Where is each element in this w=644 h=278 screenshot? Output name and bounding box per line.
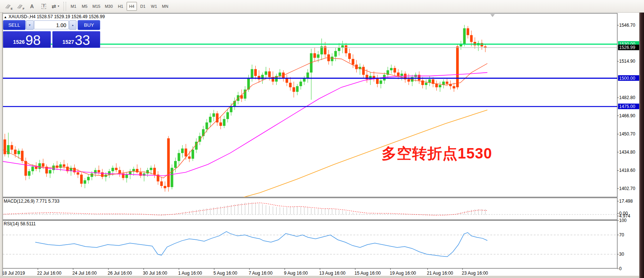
timeframe-button-w1[interactable]: W1: [149, 2, 159, 11]
grid-draw-tool[interactable]: F: [14, 1, 26, 11]
trade-controls-row: SELL ▼ ▲ BUY: [3, 20, 100, 30]
timeframe-button-m15[interactable]: M15: [91, 2, 102, 11]
price-tick-label: 1450.70: [619, 131, 635, 137]
grid-draw-tool-icon: [17, 4, 23, 9]
sell-button[interactable]: SELL: [3, 20, 26, 30]
timeframe-button-h4[interactable]: H4: [127, 2, 137, 11]
price-marker-1500.00: 1500.00: [618, 75, 639, 81]
rsi-pane: [3, 220, 617, 268]
sell-price-box[interactable]: 1526 98: [3, 31, 51, 48]
sell-price-small: 1526: [13, 39, 24, 45]
date-tick-label: 18 Jul 2019: [2, 271, 25, 276]
svg-text:1475.00: 1475.00: [619, 104, 635, 109]
date-tick-label: 24 Jul 16:00: [72, 271, 97, 276]
price-tick-label: 1482.80: [619, 95, 635, 100]
timeframe-button-mn[interactable]: MN: [160, 2, 170, 11]
chart-annotation-text: 多空转折点1530: [382, 143, 492, 164]
buy-price-box[interactable]: 1527 33: [52, 31, 100, 48]
chart-canvas: 1546.701514.901482.801466.901450.701434.…: [0, 13, 644, 278]
svg-text:1526.99: 1526.99: [619, 45, 635, 50]
macd-pane: [3, 198, 617, 220]
sell-price-big: 98: [26, 34, 41, 47]
buy-price-small: 1527: [62, 39, 74, 45]
date-tick-label: 15 Aug 16:00: [354, 271, 381, 276]
cycle-arrows-tool-icon: ⇄: [52, 3, 56, 9]
timeframe-button-d1[interactable]: D1: [138, 2, 148, 11]
toolbar-separator: [63, 2, 66, 11]
volume-input[interactable]: [34, 20, 69, 29]
price-tick-label: 1418.60: [619, 168, 635, 173]
date-tick-label: 5 Aug 16:00: [213, 271, 237, 276]
dropdown-caret-icon: ▼: [57, 5, 60, 7]
date-tick-label: 1 Aug 16:00: [178, 271, 202, 276]
price-tick-label: 1466.90: [619, 113, 635, 118]
price-tick-label: 1546.70: [619, 23, 635, 28]
timeframe-button-m30[interactable]: M30: [103, 2, 114, 11]
text-label-tool-icon: A: [30, 3, 34, 9]
price-tick-label: 1434.80: [619, 150, 635, 155]
chart-symbol-title: ▲XAUUSD-,H4 1528.57 1529.19 1526.49 1526…: [4, 14, 105, 19]
macd-indicator-label: MACD(12,26,9) 7.771 5.733: [4, 199, 59, 204]
date-tick-label: 23 Aug 16:00: [462, 271, 488, 276]
indicator-draw-tool-icon: [5, 4, 11, 9]
date-tick-label: 13 Aug 16:00: [319, 271, 346, 276]
spin-down-icon: ▼: [29, 24, 31, 26]
one-click-trading-panel: SELL ▼ ▲ BUY 1526 98 1527 33: [3, 20, 100, 48]
timeframe-button-m5[interactable]: M5: [79, 2, 90, 11]
cycle-arrows-tool[interactable]: ⇄▼: [50, 1, 61, 11]
rsi-tick-label: 100: [619, 218, 627, 223]
price-tick-label: 1514.90: [619, 59, 635, 64]
svg-text:1500.00: 1500.00: [619, 76, 635, 81]
date-tick-label: 26 Jul 16:00: [108, 271, 132, 276]
date-axis: 18 Jul 201922 Jul 16:0024 Jul 16:0026 Ju…: [2, 268, 488, 276]
price-marker-1526.99: 1526.99: [618, 45, 639, 50]
symbol-ohlc-text: XAUUSD-,H4 1528.57 1529.19 1526.49 1526.…: [9, 14, 105, 19]
window-bottom-frame: [0, 276, 639, 278]
indicator-draw-tool[interactable]: E: [3, 1, 14, 11]
text-label-tool[interactable]: A: [26, 1, 37, 11]
text-box-tool[interactable]: T: [38, 1, 49, 11]
rsi-tick-label: 30: [619, 252, 624, 257]
date-tick-label: 7 Aug 16:00: [249, 271, 272, 276]
text-box-tool-icon: T: [42, 4, 46, 9]
date-tick-label: 22 Jul 16:00: [37, 271, 62, 276]
window-left-frame: [0, 13, 3, 278]
date-tick-label: 30 Jul 16:00: [143, 271, 167, 276]
drawing-tools-group: EFAT⇄▼: [2, 1, 62, 11]
date-tick-label: 19 Aug 16:00: [390, 271, 416, 276]
spin-up-icon: ▲: [72, 24, 74, 26]
direction-up-icon: ▲: [4, 15, 7, 19]
rsi-tick-label: 70: [619, 232, 624, 238]
volume-increase-button[interactable]: ▲: [69, 20, 77, 30]
chart-window: 1546.701514.901482.801466.901450.701434.…: [0, 13, 644, 278]
date-tick-label: 21 Aug 16:00: [427, 271, 453, 276]
timeframe-button-m1[interactable]: M1: [68, 2, 79, 11]
rsi-indicator-label: RSI(14) 58.5111: [4, 221, 36, 226]
volume-decrease-button[interactable]: ▼: [26, 20, 34, 30]
macd-tick-label: 17.498: [619, 199, 633, 204]
buy-price-big: 33: [75, 34, 90, 47]
timeframes-group: M1M5M15M30H1H4D1W1MN: [68, 2, 171, 11]
date-tick-label: 9 Aug 16:00: [284, 271, 308, 276]
timeframe-button-h1[interactable]: H1: [115, 2, 126, 11]
price-tick-label: 1402.70: [619, 186, 635, 191]
mt4-terminal: EFAT⇄▼ M1M5M15M30H1H4D1W1MN 1546.701514.…: [0, 0, 644, 278]
chart-toolbar: EFAT⇄▼ M1M5M15M30H1H4D1W1MN: [0, 0, 644, 13]
trade-prices-row: 1526 98 1527 33: [3, 30, 100, 48]
window-right-frame[interactable]: [639, 13, 644, 278]
buy-button[interactable]: BUY: [78, 20, 100, 30]
rsi-tick-label: 0: [619, 266, 622, 271]
price-marker-1475.00: 1475.00: [618, 104, 639, 109]
price-axis: 1546.701514.901482.801466.901450.701434.…: [617, 23, 639, 271]
